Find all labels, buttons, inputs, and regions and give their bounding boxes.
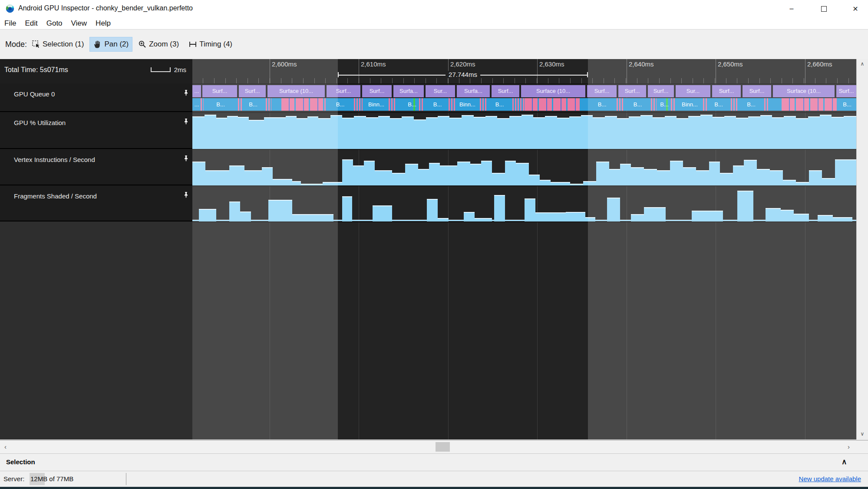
mode-button-zoom[interactable]: Zoom (3) [134, 37, 183, 52]
ruler-minor-tick [459, 78, 459, 83]
ruler-minor-tick [470, 78, 470, 83]
pink-slice-cluster[interactable] [449, 98, 455, 111]
slice[interactable]: Surf... [492, 85, 519, 97]
pin-icon[interactable] [183, 89, 189, 98]
selection-panel-header[interactable]: Selection ∧ [0, 453, 868, 471]
scroll-left-icon[interactable]: ‹ [4, 443, 7, 450]
pink-slice-cluster[interactable] [512, 98, 525, 111]
vertex-instructions-step [551, 182, 570, 185]
track-name: GPU % Utilization [14, 119, 66, 126]
menu-item-edit[interactable]: Edit [20, 19, 42, 28]
measurement-label: 27.744ms [446, 71, 480, 78]
selection-icon [32, 40, 40, 49]
menu-item-view[interactable]: View [67, 19, 92, 28]
track-row-gpu-utilization[interactable]: GPU % Utilization [0, 112, 192, 149]
gpu-utilization-step [449, 118, 462, 149]
vertical-scrollbar[interactable]: ∧ ∨ [856, 59, 868, 439]
pink-slice-cluster[interactable] [480, 98, 486, 111]
scroll-right-icon[interactable]: › [848, 443, 850, 450]
slice-label[interactable]: B... [428, 98, 447, 111]
gpu-utilization-step [390, 118, 402, 149]
mode-buttons: Selection (1)Pan (2)Zoom (3)Timing (4) [28, 30, 238, 59]
mode-button-label: Selection (1) [43, 40, 84, 49]
fragments-bar [464, 212, 475, 221]
slice[interactable]: Surfa... [457, 85, 490, 97]
gpu-utilization-step [569, 116, 581, 149]
menu-bar: FileEditGotoViewHelp [0, 17, 868, 29]
gpu-utilization-step [485, 116, 497, 149]
track-row-gpu-queue-0[interactable]: GPU Queue 0 [0, 83, 192, 112]
window-bottom-border [0, 487, 868, 489]
app-window: Android GPU Inspector - chonky_bender_vu… [0, 0, 868, 489]
vertex-instructions-step [516, 163, 529, 185]
slice-label[interactable]: Binn... [364, 98, 389, 111]
fragments-bar [566, 212, 585, 221]
slice-label[interactable]: Binn... [456, 98, 479, 111]
minimize-button[interactable]: – [779, 0, 804, 17]
maximize-button[interactable] [811, 0, 836, 17]
server-memory-progress: 12MB of 77MB [30, 473, 126, 485]
gpu-utilization-step [438, 116, 449, 149]
pink-slice-region[interactable] [525, 98, 580, 111]
horizontal-scrollbar-thumb[interactable] [436, 442, 450, 452]
slice[interactable]: Surfa... [393, 85, 424, 97]
gpu-utilization-step [342, 118, 354, 149]
menu-item-goto[interactable]: Goto [42, 19, 67, 28]
pin-icon[interactable] [183, 155, 189, 163]
gpu-utilization-step [426, 117, 438, 149]
server-label: Server: [3, 475, 24, 482]
vertex-instructions-step [418, 169, 429, 185]
server-memory-value: 12MB of 77MB [30, 475, 73, 482]
vertex-instructions-step [405, 164, 418, 185]
menu-item-file[interactable]: File [0, 19, 20, 28]
timeline-canvas[interactable]: 2,600ms2,610ms2,620ms2,630ms2,640ms2,650… [192, 59, 856, 439]
fragments-bar [438, 218, 449, 221]
ruler-minor-tick [403, 78, 404, 83]
mode-button-timing[interactable]: Timing (4) [185, 37, 236, 52]
collapse-chevron-icon[interactable]: ∧ [842, 457, 847, 466]
gpu-utilization-step [378, 116, 390, 149]
track-row-fragments-shaded-second[interactable]: Fragments Shaded / Second [0, 185, 192, 221]
close-button[interactable]: ✕ [843, 0, 868, 17]
menu-item-help[interactable]: Help [91, 19, 115, 28]
mode-button-pan[interactable]: Pan (2) [89, 37, 132, 52]
timeline-header-left: Total Time: 5s071ms 2ms [0, 59, 192, 83]
track-name: GPU Queue 0 [14, 90, 55, 98]
ruler-minor-tick [381, 78, 381, 83]
track-row-vertex-instructions-second[interactable]: Vertex Instructions / Second [0, 149, 192, 185]
vertex-instructions-step [540, 180, 551, 185]
ruler-minor-tick [515, 78, 515, 83]
gpu-utilization-step [509, 116, 521, 149]
mode-label: Mode: [5, 30, 27, 59]
ruler-minor-tick [492, 78, 493, 83]
scale-label: 2ms [174, 66, 186, 73]
fragments-bar [373, 205, 392, 221]
pink-slice-cluster[interactable] [354, 98, 363, 111]
ruler-minor-tick [525, 78, 526, 83]
gpu-utilization-step [414, 119, 426, 149]
ruler-minor-tick [347, 78, 348, 83]
slice-label[interactable]: B... [488, 98, 512, 111]
slice[interactable]: Surf... [362, 85, 392, 97]
slice-label[interactable]: B... [397, 98, 427, 111]
gpu-utilization-step [366, 117, 378, 149]
pink-slice-cluster[interactable] [389, 98, 396, 111]
scroll-up-icon[interactable]: ∧ [857, 61, 868, 67]
update-link[interactable]: New update available [799, 475, 861, 482]
slice[interactable]: Surface (10... [521, 85, 585, 97]
ruler-minor-tick [370, 78, 370, 83]
gpu-utilization-step [521, 115, 533, 149]
mode-button-selection[interactable]: Selection (1) [28, 37, 88, 52]
pin-icon[interactable] [183, 118, 189, 126]
gpu-utilization-step [557, 118, 569, 149]
fragments-bar [475, 218, 492, 221]
gpu-utilization-step [497, 118, 509, 149]
pin-icon[interactable] [183, 192, 189, 200]
maximize-icon [821, 6, 827, 12]
scroll-down-icon[interactable]: ∨ [857, 431, 868, 437]
ruler-minor-tick [537, 78, 537, 83]
horizontal-scrollbar[interactable]: ‹ › [0, 440, 868, 453]
gpu-utilization-step [354, 116, 366, 149]
slice[interactable]: Sur... [426, 85, 455, 97]
scale-bracket-icon [151, 67, 171, 72]
